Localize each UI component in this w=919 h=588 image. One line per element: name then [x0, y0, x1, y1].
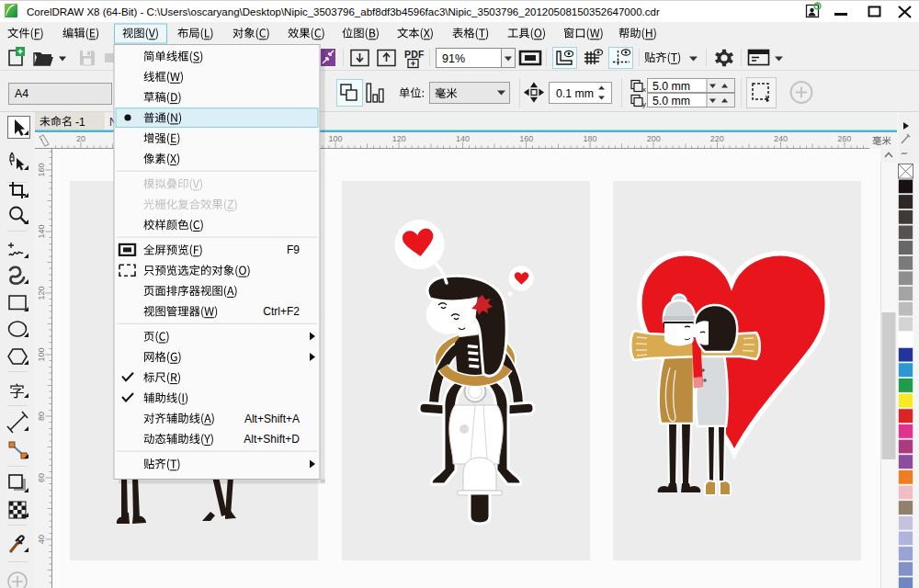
svg-text:5.0 mm: 5.0 mm [652, 80, 690, 93]
svg-text:140: 140 [37, 224, 46, 238]
svg-text:Alt+Shift+D: Alt+Shift+D [244, 433, 300, 446]
svg-text:F9: F9 [287, 243, 300, 256]
svg-text:PDF: PDF [404, 49, 425, 60]
svg-text:y: y [642, 100, 646, 108]
svg-text:A4: A4 [15, 87, 28, 100]
svg-text:140: 140 [456, 134, 470, 143]
svg-text:240: 240 [774, 134, 788, 143]
svg-text:80: 80 [37, 412, 46, 421]
svg-text:Alt+Shift+A: Alt+Shift+A [244, 413, 300, 425]
svg-text:260: 260 [837, 134, 851, 143]
svg-text:160: 160 [519, 134, 533, 143]
svg-text:x: x [642, 85, 646, 94]
svg-text:60: 60 [37, 473, 46, 482]
svg-text:CorelDRAW X8 (64-Bit) - C:\Use: CorelDRAW X8 (64-Bit) - C:\Users\oscarya… [27, 6, 660, 17]
svg-text:160: 160 [37, 163, 46, 176]
svg-text:200: 200 [647, 134, 661, 143]
svg-text:100: 100 [37, 347, 46, 361]
svg-text:120: 120 [37, 286, 46, 300]
svg-text:0.1 mm: 0.1 mm [556, 87, 594, 100]
svg-text:220: 220 [710, 134, 724, 143]
svg-text:100: 100 [328, 134, 342, 143]
svg-text:120: 120 [392, 134, 406, 143]
svg-text:40: 40 [37, 535, 46, 544]
svg-text:91%: 91% [442, 52, 465, 65]
svg-text:20: 20 [76, 134, 85, 143]
svg-text:-1: -1 [75, 116, 85, 129]
svg-text:180: 180 [583, 134, 596, 143]
svg-text:Ctrl+F2: Ctrl+F2 [263, 305, 300, 318]
svg-text:5.0 mm: 5.0 mm [652, 95, 690, 107]
